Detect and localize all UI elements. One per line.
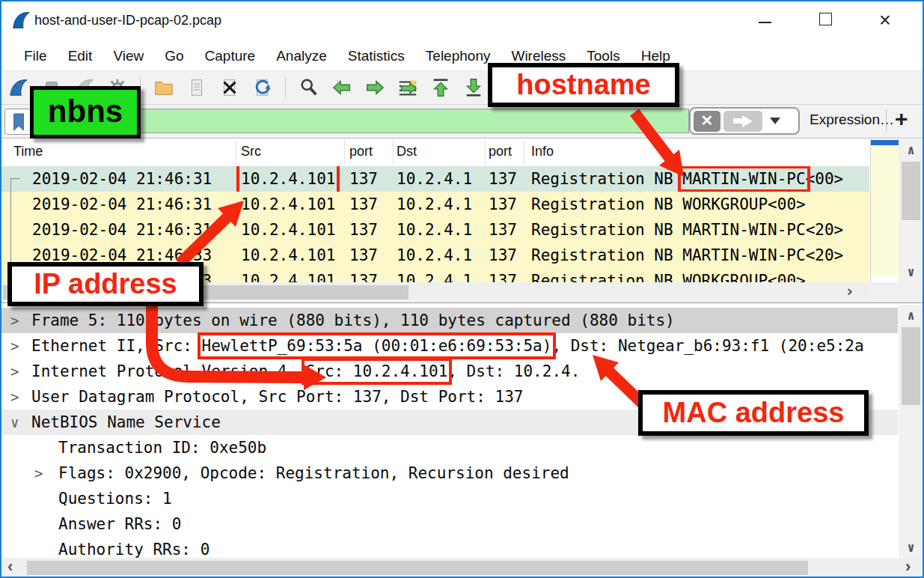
- collapsed-chevron-icon[interactable]: >: [10, 359, 19, 384]
- menu-item-analyze[interactable]: Analyze: [266, 48, 337, 64]
- info-hostname: MARTIN-WIN-PC: [682, 170, 805, 188]
- detail-row[interactable]: Transaction ID: 0xe50b: [0, 435, 898, 460]
- info-suffix: <20>: [806, 246, 844, 264]
- vscroll-thumb[interactable]: [902, 162, 920, 220]
- scroll-right-icon[interactable]: ›: [905, 557, 911, 577]
- collapsed-chevron-icon[interactable]: >: [10, 308, 19, 333]
- detail-row[interactable]: Questions: 1: [0, 486, 898, 511]
- reload-file-icon[interactable]: [250, 76, 275, 100]
- go-to-first-packet-icon[interactable]: [428, 76, 453, 100]
- column-header-port-2[interactable]: port: [349, 144, 373, 159]
- menu-item-wireless[interactable]: Wireless: [501, 48, 576, 64]
- cell-src-port: 137: [349, 192, 378, 217]
- toolbar-separator: [285, 77, 286, 98]
- packet-row[interactable]: 2019-02-04 21:46:3110.2.4.10113710.2.4.1…: [0, 166, 869, 192]
- scroll-right-icon[interactable]: ›: [845, 282, 854, 300]
- detail-row[interactable]: >Flags: 0x2900, Opcode: Registration, Re…: [0, 460, 898, 486]
- go-forward-icon[interactable]: [362, 76, 387, 100]
- menu-item-telephony[interactable]: Telephony: [415, 48, 501, 64]
- title-bar: host-and-user-ID-pcap-02.pcap ×: [0, 0, 924, 41]
- filter-bookmark-button[interactable]: [4, 109, 33, 135]
- menu-item-view[interactable]: View: [103, 48, 154, 64]
- minimap-selected-marker: [871, 140, 899, 145]
- detail-text: Questions: 1: [58, 486, 172, 511]
- packet-row[interactable]: 2019-02-04 21:46:3110.2.4.10113710.2.4.1…: [0, 192, 869, 217]
- add-filter-button[interactable]: +: [895, 106, 908, 132]
- info-prefix: Registration NB: [531, 272, 682, 282]
- collapsed-chevron-icon[interactable]: >: [10, 333, 19, 359]
- filter-clear-button[interactable]: ✕: [694, 111, 720, 132]
- menu-item-edit[interactable]: Edit: [58, 48, 103, 64]
- column-separator: [485, 140, 486, 165]
- close-file-icon[interactable]: [217, 76, 242, 100]
- detail-highlighted-value: Src: 10.2.4.101: [306, 362, 448, 380]
- go-back-icon[interactable]: [329, 76, 354, 100]
- minimize-button[interactable]: [750, 10, 780, 33]
- go-to-last-packet-icon[interactable]: [461, 76, 486, 100]
- detail-segment: , Dst: 10.2.4.: [447, 362, 580, 380]
- detail-segment: Questions: 1: [58, 490, 172, 508]
- cell-src: 10.2.4.101: [241, 268, 335, 282]
- detail-segment: Frame 5: 110 bytes on wire (880 bits), 1…: [31, 311, 675, 329]
- detail-row[interactable]: >Frame 5: 110 bytes on wire (880 bits), …: [0, 308, 898, 333]
- go-to-packet-icon[interactable]: [395, 76, 420, 100]
- menu-item-tools[interactable]: Tools: [576, 48, 630, 64]
- detail-text: Transaction ID: 0xe50b: [58, 435, 266, 460]
- vscroll-thumb[interactable]: [902, 327, 920, 405]
- collapsed-chevron-icon[interactable]: >: [34, 460, 43, 486]
- save-file-icon[interactable]: [184, 76, 209, 100]
- intelligent-scrollbar-minimap[interactable]: [870, 139, 899, 282]
- menu-item-file[interactable]: File: [13, 48, 58, 64]
- detail-segment: Flags: 0x2900, Opcode: Registration, Rec…: [58, 464, 569, 482]
- details-vscrollbar[interactable]: ∧ ∨: [899, 305, 923, 558]
- find-packet-icon[interactable]: [296, 76, 321, 100]
- expression-button[interactable]: Expression…: [810, 112, 894, 128]
- filter-dropdown-caret-icon[interactable]: [770, 118, 780, 124]
- expanded-chevron-icon[interactable]: ∨: [10, 410, 19, 435]
- menu-item-capture[interactable]: Capture: [195, 48, 266, 64]
- packet-row[interactable]: 2019-02-04 21:46:3110.2.4.10113710.2.4.1…: [0, 217, 869, 243]
- close-button[interactable]: ×: [870, 10, 900, 33]
- close-icon: ×: [879, 9, 891, 31]
- related-packets-bracket: [10, 178, 20, 269]
- scroll-down-icon[interactable]: ∨: [899, 264, 923, 279]
- window-title: host-and-user-ID-pcap-02.pcap: [34, 13, 221, 28]
- detail-row[interactable]: Answer RRs: 0: [0, 511, 898, 537]
- maximize-button[interactable]: [810, 10, 839, 33]
- menu-item-statistics[interactable]: Statistics: [337, 48, 415, 64]
- cell-info: Registration NB WORKGROUP<00>: [531, 192, 806, 217]
- info-suffix: <00>: [806, 170, 844, 188]
- scrollbar-corner: [869, 282, 923, 302]
- column-header-port-4[interactable]: port: [489, 144, 512, 159]
- scroll-up-icon[interactable]: ∧: [899, 142, 923, 157]
- cell-src: 10.2.4.101: [241, 243, 335, 268]
- detail-row[interactable]: >Internet Protocol Version 4, Src: 10.2.…: [0, 359, 898, 384]
- ip-address-annotation-label: IP address: [7, 262, 204, 306]
- info-prefix: Registration NB: [531, 221, 682, 239]
- detail-segment: Ethernet II, Src:: [31, 337, 202, 355]
- minimize-icon: [759, 22, 771, 23]
- collapsed-chevron-icon[interactable]: >: [10, 384, 19, 410]
- info-suffix: <20>: [806, 221, 844, 239]
- filter-apply-button[interactable]: [723, 111, 762, 132]
- start-capture-icon[interactable]: [6, 76, 31, 100]
- hscroll-thumb[interactable]: [27, 561, 808, 575]
- scroll-up-icon[interactable]: ∧: [899, 308, 923, 323]
- packet-list-vscrollbar[interactable]: ∧ ∨: [899, 139, 923, 282]
- column-header-src-1[interactable]: Src: [241, 144, 261, 159]
- scroll-left-icon[interactable]: ‹: [7, 557, 13, 577]
- open-file-icon[interactable]: [151, 76, 176, 100]
- info-hostname: MARTIN-WIN-PC: [682, 221, 805, 239]
- column-header-time-0[interactable]: Time: [13, 144, 43, 159]
- detail-row[interactable]: >Ethernet II, Src: HewlettP_69:53:5a (00…: [0, 333, 898, 359]
- column-header-info-5[interactable]: Info: [531, 144, 554, 159]
- menu-bar: FileEditViewGoCaptureAnalyzeStatisticsTe…: [0, 41, 924, 71]
- menu-item-go[interactable]: Go: [154, 48, 194, 64]
- detail-row[interactable]: Authority RRs: 0: [0, 537, 898, 559]
- cell-time: 2019-02-04 21:46:31: [32, 217, 212, 243]
- scroll-down-icon[interactable]: ∨: [899, 540, 923, 555]
- details-hscrollbar[interactable]: ‹ ›: [1, 558, 923, 578]
- cell-src-port: 137: [349, 166, 378, 192]
- menu-item-help[interactable]: Help: [631, 48, 681, 64]
- column-header-dst-3[interactable]: Dst: [397, 144, 417, 159]
